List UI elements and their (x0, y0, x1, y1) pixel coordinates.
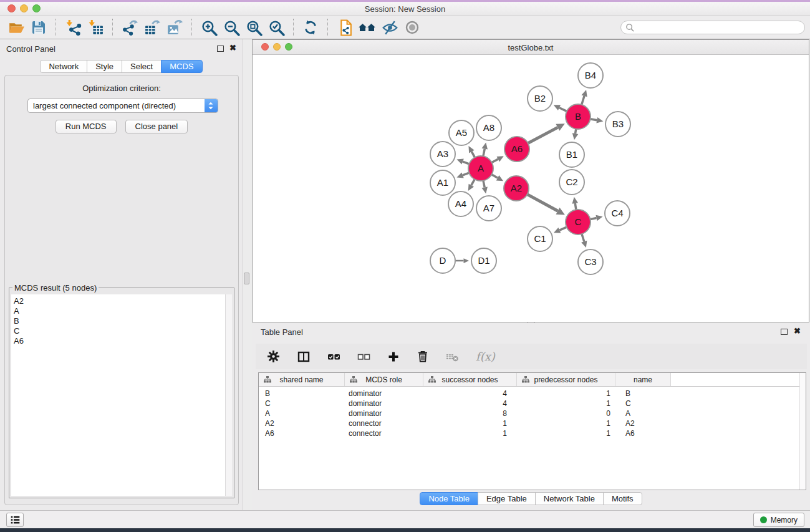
save-session-icon[interactable] (27, 18, 50, 37)
tab-node-table[interactable]: Node Table (420, 492, 478, 505)
table-row[interactable]: Bdominator41B (259, 389, 806, 399)
graph-node-label: B3 (612, 118, 624, 129)
graph-edge[interactable] (528, 195, 558, 211)
graph-node-label: C1 (534, 233, 546, 244)
table-cell: 4 (423, 389, 517, 398)
zoom-out-icon[interactable] (220, 18, 243, 37)
graph-edge[interactable] (483, 149, 485, 157)
table-scrollbar[interactable] (799, 373, 806, 490)
mcds-panel: Optimization criterion: largest connecte… (4, 75, 239, 505)
graph-edge-arrowhead (481, 186, 487, 193)
show-column-panel-icon[interactable] (297, 351, 311, 363)
graph-edge[interactable] (463, 162, 469, 164)
export-table-icon[interactable] (141, 18, 163, 37)
function-builder-icon[interactable]: f(x) (476, 350, 495, 363)
tab-style[interactable]: Style (87, 60, 122, 73)
tab-mcds[interactable]: MCDS (161, 60, 202, 73)
network-window-titlebar[interactable]: testGlobe.txt (253, 40, 809, 55)
tab-select[interactable]: Select (122, 60, 162, 73)
delete-column-trash-icon[interactable] (417, 350, 429, 363)
graph-edge[interactable] (483, 181, 485, 188)
graph-edge[interactable] (575, 203, 576, 210)
graph-node-label: D (440, 255, 446, 266)
import-table-icon[interactable] (84, 18, 107, 37)
tab-motifs[interactable]: Motifs (603, 492, 642, 505)
column-header-predecessor-nodes[interactable]: predecessor nodes (517, 373, 615, 386)
create-column-plus-icon[interactable] (387, 351, 400, 363)
graph-edge[interactable] (471, 179, 475, 185)
run-mcds-button[interactable]: Run MCDS (55, 120, 117, 133)
search-field[interactable] (620, 21, 805, 34)
table-cell: A6 (615, 429, 671, 438)
close-panel-button[interactable]: Close panel (125, 120, 188, 133)
graph-edge[interactable] (471, 152, 475, 157)
table-close-panel-icon[interactable]: ✖ (794, 326, 801, 336)
delete-table-icon[interactable] (446, 351, 459, 363)
search-input[interactable] (635, 22, 804, 33)
column-header-mcds-role[interactable]: MCDS role (345, 373, 423, 386)
table-row[interactable]: A6connector11A6 (259, 428, 806, 438)
table-float-panel-icon[interactable] (781, 329, 788, 335)
close-panel-icon[interactable]: ✖ (229, 43, 236, 52)
graph-edge[interactable] (576, 129, 576, 133)
zoom-selected-icon[interactable] (265, 18, 287, 37)
mcds-result-list: A2ABCA6 (11, 294, 232, 346)
table-cell: 1 (517, 429, 615, 438)
list-item[interactable]: C (14, 326, 232, 336)
node-table: shared name MCDS role successor nodes pr… (258, 372, 806, 490)
list-item[interactable]: A (14, 306, 232, 316)
result-list-scrollbar[interactable] (225, 294, 232, 496)
task-history-button[interactable] (6, 513, 24, 527)
table-row[interactable]: Cdominator41C (259, 399, 806, 409)
optimization-criterion-select[interactable]: largest connected component (directed) (27, 99, 218, 113)
tab-network[interactable]: Network (40, 60, 87, 73)
graph-edge[interactable] (591, 119, 597, 120)
list-item[interactable]: A6 (14, 336, 232, 346)
memory-button[interactable]: Memory (753, 513, 804, 527)
main-toolbar (0, 16, 810, 39)
mcds-result-title: MCDS result (5 nodes) (12, 283, 99, 293)
network-canvas[interactable]: AA1A2A3A4A5A6A7A8BB1B2B3B4CC1C2C3C4DD1 (253, 56, 809, 322)
graph-edge[interactable] (463, 173, 469, 175)
list-item[interactable]: A2 (14, 296, 232, 306)
graph-edge[interactable] (492, 159, 498, 162)
import-network-icon[interactable] (62, 18, 84, 37)
open-file-icon[interactable] (5, 18, 27, 37)
tab-edge-table[interactable]: Edge Table (478, 492, 536, 505)
graph-edge[interactable] (528, 127, 558, 143)
table-row[interactable]: A2connector11A2 (259, 418, 806, 428)
graph-edge-arrowhead (572, 133, 579, 140)
show-view-icon[interactable] (401, 18, 423, 37)
graph-edge[interactable] (491, 175, 498, 178)
zoom-in-icon[interactable] (198, 18, 220, 37)
refresh-icon[interactable] (299, 18, 322, 37)
graph-edge[interactable] (559, 108, 567, 112)
tab-network-table[interactable]: Network Table (535, 492, 604, 505)
optimization-criterion-label: Optimization criterion: (5, 84, 238, 93)
toolbar-separator (327, 19, 328, 36)
left-splitter-handle[interactable] (244, 273, 249, 284)
session-document-icon[interactable] (334, 18, 356, 37)
zoom-fit-icon[interactable] (243, 18, 265, 37)
select-all-columns-icon[interactable] (327, 351, 340, 363)
graph-edge[interactable] (559, 227, 566, 230)
graph-edge[interactable] (582, 96, 584, 105)
graph-edge-arrowhead (581, 241, 587, 248)
column-header-successor-nodes[interactable]: successor nodes (423, 373, 517, 386)
export-image-icon[interactable] (163, 18, 186, 37)
home-icon[interactable] (356, 18, 378, 37)
column-header-name[interactable]: name (615, 373, 671, 386)
graph-edge[interactable] (591, 218, 597, 219)
graph-node-label: A4 (455, 198, 466, 209)
float-panel-icon[interactable] (217, 46, 224, 52)
table-settings-gear-icon[interactable] (267, 350, 280, 363)
toolbar-separator (112, 19, 113, 36)
table-row[interactable]: Adominator80A (259, 409, 806, 418)
list-item[interactable]: B (14, 316, 232, 326)
export-network-icon[interactable] (118, 18, 141, 37)
column-header-shared-name[interactable]: shared name (259, 373, 345, 386)
hide-view-icon[interactable] (378, 18, 401, 37)
deselect-all-columns-icon[interactable] (357, 351, 370, 363)
graph-edge[interactable] (582, 234, 584, 241)
table-cell: A2 (259, 419, 345, 428)
